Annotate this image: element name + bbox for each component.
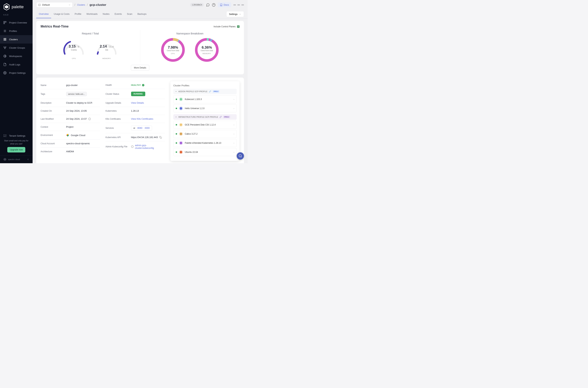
breadcrumb-clusters-link[interactable]: Clusters [77, 4, 85, 6]
chat-icon[interactable] [206, 3, 210, 7]
api-value: https://34.54.126.181:443 [131, 136, 158, 139]
sidebar-item-clusters[interactable]: Clusters [0, 35, 33, 44]
svg-text:Gb: Gb [105, 49, 108, 51]
help-icon[interactable] [212, 3, 216, 7]
mem-sub: Used from total [201, 49, 213, 51]
version-text: 4.4.19 [0, 14, 33, 18]
settings-button[interactable]: Settings [226, 11, 244, 17]
sidebar: palette 4.4.19 Project Overview Profiles… [0, 0, 33, 163]
profile-name: Hello Universe 1.2.0 [185, 107, 204, 110]
cpu-lab: CPU [171, 53, 175, 54]
breadcrumb-separator: / [74, 3, 75, 7]
port-8080-link[interactable]: :8080 [137, 127, 142, 129]
tab-scan[interactable]: Scan [124, 10, 135, 18]
sidebar-item-profiles[interactable]: Profiles [0, 27, 33, 35]
book-icon [220, 4, 223, 6]
include-control-planes-toggle[interactable]: Include Control Planes ✓ [214, 25, 240, 28]
svg-point-11 [4, 73, 5, 73]
info-icon[interactable] [88, 118, 91, 120]
services-label: Services [106, 127, 131, 129]
kubeconfig-link[interactable]: admin.gcp-cluster.kubeconfig [135, 144, 165, 149]
window-dot [241, 4, 244, 5]
sidebar-item-project-settings[interactable]: Project Settings [0, 69, 33, 77]
addon-hdr-text: ADDON PROFILE GCP-PROFILE [178, 91, 207, 93]
chevron-right-icon: › [234, 124, 234, 126]
addon-profile-header[interactable]: ADDON PROFILE GCP-PROFILE PROJ [173, 89, 237, 94]
more-details-button[interactable]: More Details [131, 65, 149, 71]
cluster-groups-icon [3, 46, 7, 49]
profile-item[interactable]: GCE Persistent Disk CSI 1.12.4› [173, 121, 237, 129]
tab-usage-costs[interactable]: Usage & Costs [51, 10, 72, 18]
checkbox-checked-icon: ✓ [237, 25, 240, 28]
context-value: Project [66, 125, 100, 128]
svg-rect-4 [5, 38, 6, 39]
clusters-icon [3, 38, 7, 41]
check-icon: ✓ [142, 84, 144, 86]
upgrade-label: Upgrade Details [106, 102, 131, 104]
modified-label: Last Modified [41, 118, 66, 120]
tab-workloads[interactable]: Workloads [84, 10, 100, 18]
k8s-label: Kubernetes [106, 110, 131, 112]
view-details-link[interactable]: View Details [131, 101, 144, 104]
tab-overview[interactable]: Overview [36, 10, 51, 18]
details-left-column: Namegcp-cluster Tagsservice: hello-uni..… [41, 81, 100, 161]
account-label: Cloud Account [41, 142, 66, 145]
name-label: Name [41, 84, 66, 87]
nav-label: Cluster Groups [9, 47, 25, 49]
info-icon[interactable] [131, 145, 134, 148]
profile-item[interactable]: Ubuntu 22.04› [173, 148, 237, 156]
tab-nodes[interactable]: Nodes [100, 10, 112, 18]
tabs: Overview Usage & Costs Profile Workloads… [33, 10, 248, 19]
pack-icon [179, 132, 183, 136]
chevron-left-icon[interactable] [27, 158, 29, 161]
env-label: Environment [41, 134, 66, 136]
mem-lab: MEMORY [203, 53, 211, 54]
profile-name: Calico 3.27.2 [185, 133, 198, 135]
cluster-profiles-panel: Cluster Profiles ADDON PROFILE GCP-PROFI… [170, 81, 240, 161]
desc-label: Description [41, 102, 66, 104]
cpu-pct: 7.98% [168, 45, 178, 49]
main-nav: Project Overview Profiles Clusters Clust… [0, 18, 33, 129]
tab-backups[interactable]: Backups [135, 10, 149, 18]
port-3000-link[interactable]: :3000 [144, 127, 150, 129]
pack-icon [179, 123, 183, 127]
sidebar-item-workspaces[interactable]: Workspaces [0, 52, 33, 60]
profile-item[interactable]: Hello Universe 1.2.0› [173, 104, 237, 112]
health-label: Health [106, 84, 131, 86]
sidebar-item-cluster-groups[interactable]: Cluster Groups [0, 44, 33, 52]
view-certs-link[interactable]: View K8s Certificates [131, 118, 154, 120]
sidebar-item-project-overview[interactable]: Project Overview [0, 18, 33, 27]
main-content: Default / Clusters / gcp-cluster 1.29/10… [33, 0, 248, 163]
tag-chip[interactable]: service: hello-uni... [66, 92, 87, 96]
copy-icon[interactable] [159, 136, 162, 139]
svg-rect-41 [160, 137, 162, 138]
logo-icon [3, 3, 10, 11]
profile-item[interactable]: Calico 3.27.2› [173, 130, 237, 138]
pack-icon [179, 150, 183, 154]
upgrade-button[interactable]: Upgrade now [7, 147, 25, 152]
include-cp-label: Include Control Planes [214, 25, 236, 28]
sidebar-item-tenant-settings[interactable]: Tenant Settings [3, 132, 30, 139]
project-selector[interactable]: Default [36, 2, 73, 7]
docs-button[interactable]: Docs [218, 2, 231, 7]
profile-name: GCE Persistent Disk CSI 1.12.4 [185, 123, 216, 126]
profile-item[interactable]: Kubecost 1.103.3› [173, 95, 237, 103]
tab-events[interactable]: Events [112, 10, 125, 18]
window-dot [233, 4, 236, 5]
cpu-donut: 7.98% Used from total CPU [160, 38, 185, 62]
docs-label: Docs [224, 3, 229, 6]
upgrade-message: Start small and only pay for what you us… [3, 139, 30, 145]
profile-item[interactable]: Palette eXtended Kubernetes 1.28.13› [173, 139, 237, 147]
infra-profile-header[interactable]: INFRASTRUCTURE PROFILE GCP-PROFILE PROJ [173, 114, 237, 120]
tab-profile[interactable]: Profile [72, 10, 84, 18]
search-fab[interactable] [237, 152, 244, 160]
arch-value: AMD64 [66, 150, 100, 153]
chevron-right-icon: › [234, 142, 234, 144]
sidebar-item-audit-logs[interactable]: Audit Logs [0, 60, 33, 69]
account-value: spectro-cloud-dynamic [66, 142, 100, 145]
profiles-title: Cluster Profiles [173, 84, 237, 87]
logo[interactable]: palette [0, 0, 33, 14]
chevron-right-icon: › [234, 151, 234, 153]
svg-point-49 [180, 142, 182, 144]
svg-rect-2 [4, 23, 4, 24]
